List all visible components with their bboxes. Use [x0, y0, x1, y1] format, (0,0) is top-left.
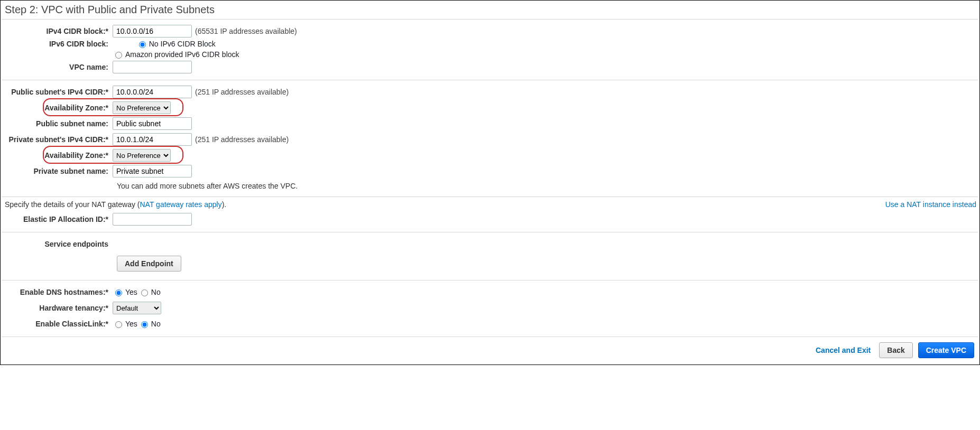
service-endpoints-label: Service endpoints: [4, 240, 113, 248]
classiclink-yes-radio[interactable]: [115, 321, 122, 328]
ipv6-amazon-radio[interactable]: [115, 52, 122, 59]
ipv6-cidr-label: IPv6 CIDR block:: [4, 40, 113, 48]
ipv6-none-text: No IPv6 CIDR Block: [149, 40, 216, 48]
classiclink-no-radio[interactable]: [141, 321, 148, 328]
ipv6-amazon-text: Amazon provided IPv6 CIDR block: [125, 50, 239, 59]
wizard-footer: Cancel and Exit Back Create VPC: [2, 337, 978, 363]
nat-instance-link[interactable]: Use a NAT instance instead: [885, 200, 976, 209]
nat-prefix: Specify the details of your NAT gateway …: [5, 200, 140, 209]
classiclink-yes-text: Yes: [125, 320, 137, 328]
step-title: Step 2: VPC with Public and Private Subn…: [2, 2, 978, 19]
dns-no-text: No: [151, 288, 161, 296]
dns-yes-label[interactable]: Yes: [113, 288, 137, 296]
ipv6-none-radio-label[interactable]: No IPv6 CIDR Block: [136, 40, 216, 48]
private-subnet-name-label: Private subnet name:: [4, 167, 113, 175]
dns-yes-text: Yes: [125, 288, 137, 296]
classiclink-label: Enable ClassicLink:*: [4, 320, 113, 328]
ipv4-cidr-input[interactable]: [113, 25, 192, 38]
public-cidr-input[interactable]: [113, 86, 192, 98]
create-vpc-button[interactable]: Create VPC: [918, 342, 974, 358]
hardware-tenancy-select[interactable]: Default: [113, 302, 161, 314]
public-subnet-name-input[interactable]: [113, 117, 192, 130]
public-subnet-name-label: Public subnet name:: [4, 119, 113, 128]
classiclink-no-text: No: [151, 320, 161, 328]
public-az-label: Availability Zone:*: [4, 104, 113, 112]
vpc-basics-section: IPv4 CIDR block:* (65531 IP addresses av…: [2, 20, 978, 80]
classiclink-no-label[interactable]: No: [138, 320, 161, 328]
service-endpoints-section: Service endpoints Add Endpoint: [2, 232, 978, 280]
dns-yes-radio[interactable]: [115, 289, 122, 296]
dns-no-label[interactable]: No: [138, 288, 161, 296]
more-subnets-note: You can add more subnets after AWS creat…: [4, 182, 976, 190]
classiclink-yes-label[interactable]: Yes: [113, 320, 137, 328]
elastic-ip-input[interactable]: [113, 213, 192, 226]
nat-gateway-text: Specify the details of your NAT gateway …: [2, 197, 978, 211]
hardware-tenancy-label: Hardware tenancy:*: [4, 304, 113, 312]
private-cidr-hint: (251 IP addresses available): [195, 135, 289, 144]
add-endpoint-button[interactable]: Add Endpoint: [117, 256, 181, 272]
ipv6-none-radio[interactable]: [139, 41, 146, 48]
subnets-section: Public subnet's IPv4 CIDR:* (251 IP addr…: [2, 80, 978, 197]
vpc-name-label: VPC name:: [4, 63, 113, 71]
vpc-name-input[interactable]: [113, 61, 192, 73]
nat-suffix: ).: [222, 200, 227, 209]
nat-rates-link[interactable]: NAT gateway rates apply: [140, 200, 222, 209]
private-cidr-input[interactable]: [113, 133, 192, 146]
public-cidr-hint: (251 IP addresses available): [195, 88, 289, 96]
private-cidr-label: Private subnet's IPv4 CIDR:*: [4, 135, 113, 144]
public-az-select[interactable]: No Preference: [113, 101, 171, 114]
ipv6-amazon-radio-label[interactable]: Amazon provided IPv6 CIDR block: [113, 50, 239, 59]
ipv4-cidr-hint: (65531 IP addresses available): [195, 27, 297, 35]
private-az-select[interactable]: No Preference: [113, 149, 171, 162]
misc-section: Enable DNS hostnames:* Yes No Hardware t…: [2, 281, 978, 336]
public-cidr-label: Public subnet's IPv4 CIDR:*: [4, 88, 113, 96]
dns-no-radio[interactable]: [141, 289, 148, 296]
elastic-ip-label: Elastic IP Allocation ID:*: [4, 215, 113, 223]
dns-hostnames-label: Enable DNS hostnames:*: [4, 288, 113, 296]
back-button[interactable]: Back: [879, 342, 912, 358]
cancel-exit-button[interactable]: Cancel and Exit: [812, 345, 874, 355]
private-az-label: Availability Zone:*: [4, 151, 113, 160]
ipv4-cidr-label: IPv4 CIDR block:*: [4, 27, 113, 35]
private-subnet-name-input[interactable]: [113, 165, 192, 177]
